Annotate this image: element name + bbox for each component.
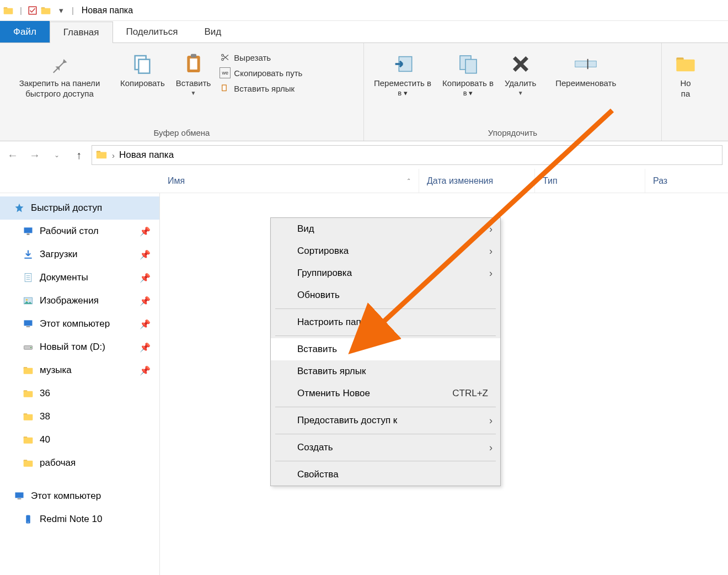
ribbon-group-organize: Переместить в в ▾ Копировать в в ▾ Удали… xyxy=(364,43,662,141)
pin-icon: 📌 xyxy=(140,342,151,353)
ctx-give-access[interactable]: Предоставить доступ к › xyxy=(271,409,500,432)
delete-button[interactable]: Удалить ▼ xyxy=(499,50,542,98)
sidebar-phone[interactable]: Redmi Note 10 xyxy=(0,508,159,531)
forward-button[interactable]: → xyxy=(28,148,42,162)
ctx-undo[interactable]: Отменить Новое CTRL+Z xyxy=(271,382,500,404)
ribbon: Закрепить на панели быстрого доступа Коп… xyxy=(0,43,728,141)
sidebar-this-pc[interactable]: Этот компьютер xyxy=(0,485,159,508)
tab-file[interactable]: Файл xyxy=(0,21,50,42)
rename-button[interactable]: Переименовать xyxy=(542,50,630,91)
cut-button[interactable]: Вырезать xyxy=(220,52,302,63)
sidebar-pictures-label: Изображения xyxy=(40,295,99,306)
column-size[interactable]: Раз xyxy=(645,169,728,193)
ctx-refresh[interactable]: Обновить xyxy=(271,284,500,306)
ctx-separator xyxy=(275,461,496,461)
move-to-label: Переместить в xyxy=(374,78,431,89)
sidebar-pictures[interactable]: Изображения 📌 xyxy=(0,289,159,312)
sidebar-folder-36[interactable]: 36 xyxy=(0,382,159,405)
paste-shortcut-button[interactable]: Вставить ярлык xyxy=(220,83,302,94)
qat-folder-icon[interactable] xyxy=(40,4,52,17)
tab-home[interactable]: Главная xyxy=(50,22,113,43)
tab-share[interactable]: Поделиться xyxy=(113,21,191,42)
sidebar-36-label: 36 xyxy=(40,388,50,399)
sidebar-folder-40[interactable]: 40 xyxy=(0,428,159,451)
context-menu: Вид › Сортировка › Группировка › Обновит… xyxy=(270,217,501,486)
ctx-refresh-label: Обновить xyxy=(297,290,340,301)
history-dropdown[interactable]: ⌄ xyxy=(50,148,64,162)
ctx-create[interactable]: Создать › xyxy=(271,436,500,459)
pin-icon: 📌 xyxy=(140,226,151,237)
column-date-label: Дата изменения xyxy=(427,176,493,186)
folder-icon xyxy=(22,387,34,400)
window-folder-icon xyxy=(2,4,14,17)
qat-checkbox-icon[interactable] xyxy=(26,4,39,17)
pin-to-quick-access-button[interactable]: Закрепить на панели быстрого доступа xyxy=(4,50,115,102)
chevron-down-icon: ▼ xyxy=(518,90,523,96)
copy-to-label: Копировать в xyxy=(442,78,494,89)
sidebar-downloads[interactable]: Загрузки 📌 xyxy=(0,243,159,266)
sidebar-quick-access[interactable]: Быстрый доступ xyxy=(0,196,159,220)
ctx-paste-shortcut[interactable]: Вставить ярлык xyxy=(271,360,500,382)
ctx-sort[interactable]: Сортировка › xyxy=(271,240,500,262)
sidebar-38-label: 38 xyxy=(40,411,50,422)
svg-rect-13 xyxy=(223,86,226,90)
copy-path-icon: we xyxy=(220,67,231,78)
new-folder-icon xyxy=(673,52,698,76)
paste-button[interactable]: Вставить ▼ xyxy=(170,50,217,98)
breadcrumb-current[interactable]: Новая папка xyxy=(119,150,174,161)
folder-icon xyxy=(22,434,34,446)
svg-rect-1 xyxy=(4,8,13,14)
copy-path-button[interactable]: we Скопировать путь xyxy=(220,67,302,78)
sidebar-quick-access-label: Быстрый доступ xyxy=(31,203,102,214)
sidebar-downloads-label: Загрузки xyxy=(40,249,77,260)
ctx-customize-folder[interactable]: Настроить папку… xyxy=(271,311,500,333)
sidebar-this-pc-pinned[interactable]: Этот компьютер 📌 xyxy=(0,312,159,336)
back-button[interactable]: ← xyxy=(6,148,20,162)
star-icon xyxy=(13,202,25,214)
folder-icon xyxy=(22,411,34,423)
svg-rect-45 xyxy=(15,492,24,498)
ribbon-group-clipboard: Закрепить на панели быстрого доступа Коп… xyxy=(0,43,364,141)
copy-to-button[interactable]: Копировать в в ▾ xyxy=(437,50,499,100)
window-title: Новая папка xyxy=(82,6,133,15)
column-headers: Имя ⌃ Дата изменения Тип Раз xyxy=(0,169,728,193)
ctx-view[interactable]: Вид › xyxy=(271,218,500,240)
sidebar-music-folder[interactable]: музыка 📌 xyxy=(0,359,159,382)
sidebar-documents[interactable]: Документы 📌 xyxy=(0,266,159,289)
ctx-separator xyxy=(275,336,496,336)
sidebar-folder-38[interactable]: 38 xyxy=(0,405,159,428)
downloads-icon xyxy=(22,248,34,260)
separator: | xyxy=(20,6,22,15)
address-folder-icon xyxy=(95,148,108,162)
column-type[interactable]: Тип xyxy=(535,169,645,193)
paste-icon xyxy=(181,52,206,76)
svg-rect-9 xyxy=(191,54,196,58)
sidebar-new-volume[interactable]: Новый том (D:) 📌 xyxy=(0,336,159,359)
copy-button[interactable]: Копировать xyxy=(115,50,170,91)
tab-view[interactable]: Вид xyxy=(191,21,234,42)
svg-rect-23 xyxy=(24,227,33,233)
new-folder-button[interactable]: Но па xyxy=(666,50,705,102)
sidebar-desktop[interactable]: Рабочий стол 📌 xyxy=(0,220,159,243)
ctx-paste[interactable]: Вставить xyxy=(271,338,500,360)
address-bar[interactable]: › Новая папка xyxy=(92,145,722,165)
phone-icon xyxy=(22,513,34,525)
ctx-properties[interactable]: Свойства xyxy=(271,464,500,486)
pin-icon: 📌 xyxy=(140,296,151,306)
sidebar-folder-work[interactable]: рабочая xyxy=(0,451,159,475)
copy-to-sub: в ▾ xyxy=(463,89,473,98)
column-name[interactable]: Имя ⌃ xyxy=(160,169,419,193)
column-date-modified[interactable]: Дата изменения xyxy=(419,169,535,193)
sidebar-work-label: рабочая xyxy=(40,457,76,468)
ctx-sort-label: Сортировка xyxy=(297,246,349,257)
sidebar: Быстрый доступ Рабочий стол 📌 Загрузки 📌… xyxy=(0,193,160,575)
ctx-group[interactable]: Группировка › xyxy=(271,262,500,284)
sidebar-phone-label: Redmi Note 10 xyxy=(40,514,102,525)
svg-rect-8 xyxy=(190,58,197,70)
move-to-button[interactable]: Переместить в в ▾ xyxy=(368,50,437,100)
copy-to-icon xyxy=(456,52,480,76)
qat-dropdown-icon[interactable]: ▾ xyxy=(55,4,67,17)
sidebar-40-label: 40 xyxy=(40,434,50,445)
svg-rect-40 xyxy=(24,414,33,420)
up-button[interactable]: ↑ xyxy=(72,148,86,162)
